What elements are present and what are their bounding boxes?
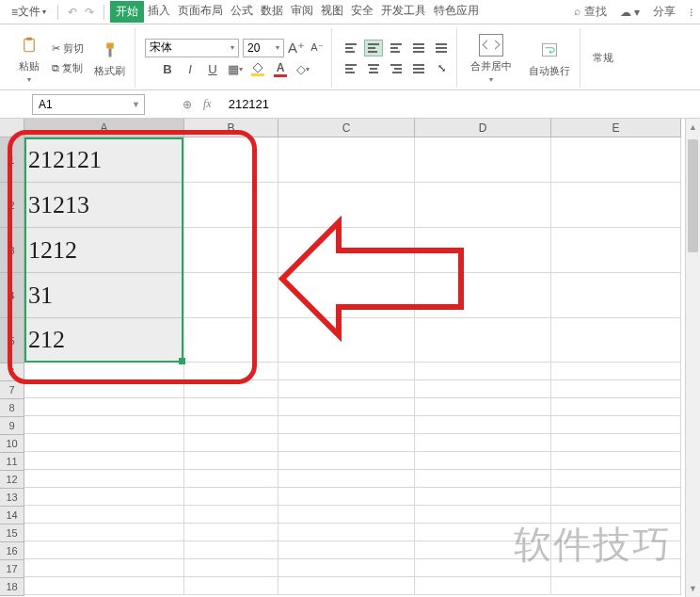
align-left-button[interactable] — [342, 60, 360, 77]
cell-E7[interactable] — [551, 380, 681, 398]
cell-D10[interactable] — [415, 434, 551, 452]
font-size-select[interactable]: 20 ▾ — [243, 39, 284, 57]
vertical-scrollbar[interactable]: ▲ ▼ — [685, 119, 700, 597]
cell-E18[interactable] — [551, 577, 681, 595]
cell-C5[interactable] — [278, 318, 415, 363]
font-color-button[interactable]: A — [272, 61, 289, 78]
row-header-11[interactable]: 11 — [0, 453, 24, 471]
cell-D12[interactable] — [415, 470, 551, 488]
cell-D16[interactable] — [415, 541, 551, 559]
cell-C4[interactable] — [278, 273, 415, 318]
column-header-B[interactable]: B — [184, 119, 278, 137]
align-top-button[interactable] — [342, 40, 360, 56]
italic-button[interactable]: I — [182, 61, 199, 78]
cell-A4[interactable]: 31 — [24, 273, 184, 318]
cell-A18[interactable] — [24, 577, 184, 595]
cell-E10[interactable] — [551, 434, 681, 452]
cell-A16[interactable] — [24, 541, 184, 559]
scroll-up-arrow[interactable]: ▲ — [686, 122, 700, 132]
cell-A9[interactable] — [24, 416, 184, 434]
copy-button[interactable]: ⧉ 复制 — [49, 60, 87, 76]
cell-C8[interactable] — [278, 398, 415, 416]
cell-B17[interactable] — [184, 559, 278, 577]
align-bottom-button[interactable] — [387, 40, 406, 56]
cloud-icon[interactable]: ☁ ▾ — [620, 6, 640, 19]
cell-style-button[interactable]: ◇▾ — [294, 61, 311, 78]
shrink-font-button[interactable]: A⁻ — [309, 40, 326, 56]
cell-B9[interactable] — [184, 416, 278, 434]
cell-B10[interactable] — [184, 434, 278, 452]
cell-E12[interactable] — [551, 470, 681, 488]
cell-E3[interactable] — [551, 228, 681, 273]
cell-B16[interactable] — [184, 541, 278, 559]
cell-C15[interactable] — [278, 524, 415, 541]
align-right-button[interactable] — [387, 60, 406, 77]
tab-页面布局[interactable]: 页面布局 — [174, 1, 227, 23]
cell-B11[interactable] — [184, 452, 278, 470]
cell-A3[interactable]: 1212 — [24, 228, 184, 273]
border-button[interactable]: ▦▾ — [227, 61, 244, 78]
cell-A13[interactable] — [24, 488, 184, 506]
cell-C13[interactable] — [278, 488, 415, 506]
cell-D2[interactable] — [415, 183, 551, 228]
cell-D13[interactable] — [415, 488, 551, 506]
cell-C18[interactable] — [278, 577, 415, 595]
bold-button[interactable]: B — [159, 61, 176, 78]
cell-E11[interactable] — [551, 452, 681, 470]
cell-C6[interactable] — [278, 363, 415, 380]
row-header-17[interactable]: 17 — [0, 560, 24, 578]
cell-E1[interactable] — [551, 137, 681, 183]
search-button[interactable]: ⌕ 查找 — [574, 4, 606, 20]
tab-开始[interactable]: 开始 — [110, 1, 144, 23]
cell-D6[interactable] — [415, 363, 551, 380]
file-menu[interactable]: ≡ 文件 ▾ — [6, 2, 52, 22]
cell-D5[interactable] — [415, 318, 551, 363]
tab-公式[interactable]: 公式 — [227, 1, 257, 23]
cell-A10[interactable] — [24, 434, 184, 452]
row-header-3[interactable]: 3 — [0, 228, 24, 273]
tab-特色应用[interactable]: 特色应用 — [430, 1, 483, 23]
cell-A11[interactable] — [24, 452, 184, 470]
more-icon[interactable]: ⫶ — [689, 6, 694, 19]
tab-数据[interactable]: 数据 — [257, 1, 287, 23]
indent-increase-button[interactable] — [432, 40, 451, 56]
cell-C17[interactable] — [278, 559, 415, 577]
row-header-14[interactable]: 14 — [0, 507, 24, 524]
cell-E15[interactable] — [551, 524, 681, 541]
fx-icon[interactable]: fx — [203, 97, 212, 111]
row-header-10[interactable]: 10 — [0, 435, 24, 453]
column-header-D[interactable]: D — [415, 119, 551, 137]
cell-E16[interactable] — [551, 541, 681, 559]
cell-E13[interactable] — [551, 488, 681, 506]
row-header-1[interactable]: 1 — [0, 137, 24, 183]
row-header-9[interactable]: 9 — [0, 417, 24, 435]
cell-A6[interactable] — [24, 363, 184, 380]
scroll-down-arrow[interactable]: ▼ — [686, 584, 700, 593]
cell-C14[interactable] — [278, 506, 415, 524]
cell-B5[interactable] — [184, 318, 278, 363]
cell-B8[interactable] — [184, 398, 278, 416]
row-header-15[interactable]: 15 — [0, 524, 24, 542]
justify-button[interactable] — [409, 60, 428, 77]
cell-D14[interactable] — [415, 506, 551, 524]
cell-B6[interactable] — [184, 363, 278, 380]
cell-B3[interactable] — [184, 228, 278, 273]
zoom-icon[interactable]: ⊕ — [183, 98, 192, 111]
cell-C3[interactable] — [278, 228, 415, 273]
row-header-2[interactable]: 2 — [0, 183, 24, 228]
row-header-18[interactable]: 18 — [0, 578, 24, 596]
orientation-button[interactable]: ⤡ — [432, 60, 451, 77]
cell-C12[interactable] — [278, 470, 415, 488]
cell-A7[interactable] — [24, 380, 184, 398]
row-header-16[interactable]: 16 — [0, 542, 24, 560]
cell-D18[interactable] — [415, 577, 551, 595]
cell-B18[interactable] — [184, 577, 278, 595]
tab-开发工具[interactable]: 开发工具 — [377, 1, 430, 23]
fill-color-button[interactable] — [249, 61, 266, 78]
cell-A17[interactable] — [24, 559, 184, 577]
cell-C1[interactable] — [278, 137, 415, 183]
cell-A2[interactable]: 31213 — [24, 183, 184, 228]
cell-D15[interactable] — [415, 524, 551, 541]
row-header-4[interactable]: 4 — [0, 273, 24, 318]
column-header-A[interactable]: A — [24, 119, 184, 137]
